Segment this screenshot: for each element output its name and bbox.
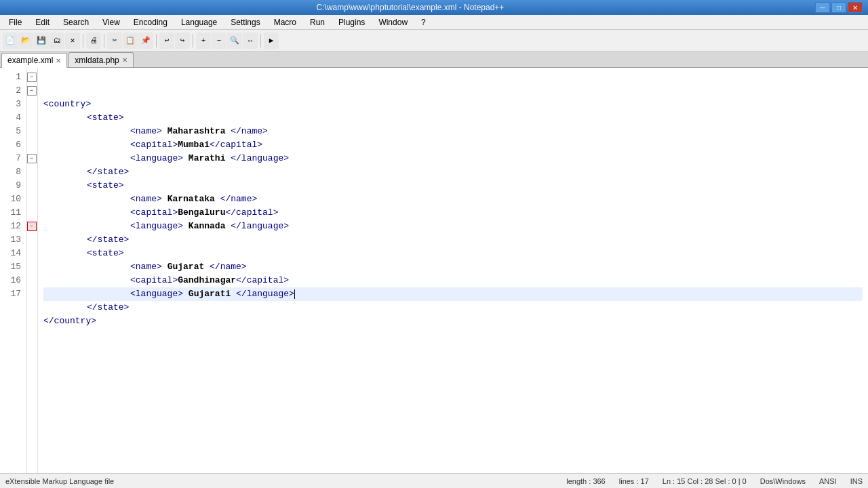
menu-item-file[interactable]: File (3, 16, 28, 29)
gutter-cell-7: − (27, 152, 37, 165)
toolbar-separator-3 (156, 34, 157, 47)
status-mode: INS (850, 477, 863, 485)
line-content-11: </state> (87, 233, 129, 247)
menu-item-search[interactable]: Search (57, 16, 95, 29)
paste-button[interactable]: 📌 (138, 33, 153, 49)
close-button[interactable]: ✕ (848, 2, 863, 13)
gutter-cell-12: − (27, 220, 37, 233)
code-area[interactable]: <country><state><name> Maharashtra </nam… (38, 68, 868, 473)
maximize-button[interactable]: □ (831, 2, 846, 13)
text-cursor (294, 289, 295, 299)
line-content-12: <state> (87, 247, 124, 260)
status-bar: eXtensible Markup Language file length :… (0, 473, 868, 488)
gutter-cell-4 (27, 111, 37, 125)
fold-icon-1[interactable]: − (27, 73, 37, 82)
redo-button[interactable]: ↪ (175, 33, 190, 49)
line-content-6: </state> (87, 165, 129, 179)
menu-item-encoding[interactable]: Encoding (127, 16, 174, 29)
fold-icon-2[interactable]: − (27, 86, 37, 96)
code-line-10: <language> Kannada </language> (43, 220, 863, 233)
line-content-3: <name> Maharashtra </name> (130, 125, 268, 138)
code-line-4: <capital>Mumbai</capital> (43, 138, 863, 152)
gutter-cell-17 (27, 287, 37, 301)
tab-close-0[interactable]: ✕ (56, 57, 61, 64)
line-content-4: <capital>Mumbai</capital> (130, 138, 262, 152)
menu-bar: FileEditSearchViewEncodingLanguageSettin… (0, 15, 868, 30)
line-num-7: 7 (3, 152, 21, 165)
status-encoding: ANSI (819, 477, 837, 485)
toolbar-separator-5 (260, 34, 261, 47)
menu-item-macro[interactable]: Macro (268, 16, 302, 29)
save-all-button[interactable]: 🗂 (50, 33, 64, 49)
line-num-14: 14 (3, 247, 21, 260)
copy-button[interactable]: 📋 (123, 33, 138, 49)
code-line-5: <language> Marathi </language> (43, 152, 863, 165)
save-button[interactable]: 💾 (34, 33, 49, 49)
zoom-in-button[interactable]: + (196, 33, 211, 49)
gutter-cell-16 (27, 274, 37, 287)
code-line-2: <state> (43, 111, 863, 125)
fold-icon-7[interactable]: − (27, 154, 37, 163)
line-num-10: 10 (3, 192, 21, 206)
gutter-cell-10 (27, 192, 37, 206)
tab-close-1[interactable]: ✕ (122, 56, 127, 64)
undo-button[interactable]: ↩ (159, 33, 174, 49)
line-num-2: 2 (3, 84, 21, 98)
menu-item-view[interactable]: View (96, 16, 126, 29)
gutter-cell-11 (27, 206, 37, 220)
line-content-9: <capital>Bengaluru</capital> (130, 206, 278, 220)
line-content-5: <language> Marathi </language> (130, 152, 289, 165)
toolbar-separator-4 (193, 34, 193, 47)
menu-item-plugins[interactable]: Plugins (332, 16, 371, 29)
cut-button[interactable]: ✂ (107, 33, 122, 49)
tab-1[interactable]: xmldata.php✕ (68, 52, 133, 67)
gutter-cell-13 (27, 233, 37, 247)
code-line-15: <language> Gujarati </language> (43, 287, 863, 301)
tabs-bar: example.xml✕xmldata.php✕ (0, 52, 868, 68)
line-num-9: 9 (3, 179, 21, 192)
status-eol: Dos\Windows (760, 477, 806, 485)
line-content-10: <language> Kannada </language> (130, 220, 289, 233)
find-replace-button[interactable]: ↔ (243, 33, 258, 49)
fold-icon-12[interactable]: − (27, 222, 37, 231)
gutter-cell-8 (27, 165, 37, 179)
title-bar: C:\wamp\www\phptutorial\example.xml - No… (0, 0, 868, 15)
line-content-14: <capital>Gandhinagar</capital> (130, 274, 289, 287)
toolbar: 📄 📂 💾 🗂 ✕ 🖨 ✂ 📋 📌 ↩ ↪ + − 🔍 ↔ ▶ (0, 30, 868, 52)
status-length: length : 366 (566, 477, 606, 485)
menu-item-[interactable]: ? (415, 16, 432, 29)
line-num-6: 6 (3, 138, 21, 152)
gutter-cell-3 (27, 98, 37, 111)
new-button[interactable]: 📄 (3, 33, 18, 49)
run-button[interactable]: ▶ (264, 33, 279, 49)
line-num-16: 16 (3, 274, 21, 287)
line-content-17: </country> (43, 314, 96, 328)
code-line-8: <name> Karnataka </name> (43, 192, 863, 206)
code-line-13: <name> Gujarat </name> (43, 260, 863, 274)
print-button[interactable]: 🖨 (86, 33, 101, 49)
code-line-12: <state> (43, 247, 863, 260)
menu-item-edit[interactable]: Edit (29, 16, 56, 29)
code-line-16: </state> (43, 301, 863, 314)
line-content-1: <country> (43, 98, 91, 111)
menu-item-window[interactable]: Window (372, 16, 414, 29)
line-content-16: </state> (87, 301, 129, 314)
line-num-11: 11 (3, 206, 21, 220)
line-content-2: <state> (87, 111, 124, 125)
menu-item-settings[interactable]: Settings (224, 16, 266, 29)
line-num-4: 4 (3, 111, 21, 125)
code-line-17: </country> (43, 314, 863, 328)
menu-item-run[interactable]: Run (304, 16, 331, 29)
menu-item-language[interactable]: Language (175, 16, 223, 29)
status-cursor: Ln : 15 Col : 28 Sel : 0 | 0 (663, 477, 747, 485)
title-text: C:\wamp\www\phptutorial\example.xml - No… (5, 3, 815, 12)
open-button[interactable]: 📂 (18, 33, 33, 49)
gutter-cell-14 (27, 247, 37, 260)
line-num-12: 12 (3, 220, 21, 233)
minimize-button[interactable]: ─ (815, 2, 830, 13)
tab-0[interactable]: example.xml✕ (1, 53, 67, 68)
zoom-out-button[interactable]: − (212, 33, 226, 49)
find-button[interactable]: 🔍 (227, 33, 242, 49)
line-content-7: <state> (87, 179, 124, 192)
close-file-button[interactable]: ✕ (65, 33, 80, 49)
